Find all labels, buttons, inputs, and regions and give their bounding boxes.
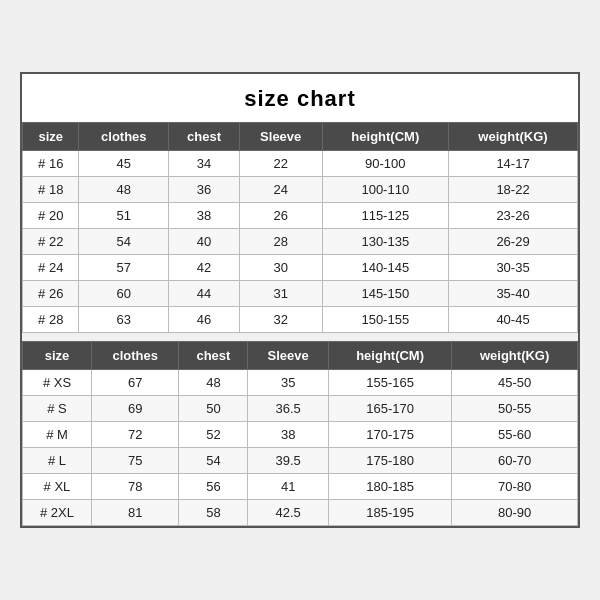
table-cell: # 20 — [23, 203, 79, 229]
table-row: # M725238170-17555-60 — [23, 422, 578, 448]
table-cell: 115-125 — [322, 203, 449, 229]
table-cell: 165-170 — [328, 396, 451, 422]
table2-header-chest: chest — [179, 342, 248, 370]
table-cell: 46 — [169, 307, 240, 333]
table-cell: 54 — [179, 448, 248, 474]
table-row: # S695036.5165-17050-55 — [23, 396, 578, 422]
table-cell: 35 — [248, 370, 329, 396]
table1-header-chest: chest — [169, 123, 240, 151]
table-cell: 67 — [91, 370, 178, 396]
table-cell: 78 — [91, 474, 178, 500]
table-cell: 34 — [169, 151, 240, 177]
table-cell: # M — [23, 422, 92, 448]
table-cell: # 16 — [23, 151, 79, 177]
table2-header-size: size — [23, 342, 92, 370]
table-row: # 28634632150-15540-45 — [23, 307, 578, 333]
table-cell: # XS — [23, 370, 92, 396]
table-cell: 42.5 — [248, 500, 329, 526]
table-cell: 72 — [91, 422, 178, 448]
table-cell: 140-145 — [322, 255, 449, 281]
table-cell: 39.5 — [248, 448, 329, 474]
table-cell: 70-80 — [452, 474, 578, 500]
table-cell: 18-22 — [449, 177, 578, 203]
table2-header-weight: weight(KG) — [452, 342, 578, 370]
table-cell: 35-40 — [449, 281, 578, 307]
table-row: # XS674835155-16545-50 — [23, 370, 578, 396]
table-cell: 40 — [169, 229, 240, 255]
table-cell: 48 — [179, 370, 248, 396]
table-cell: 14-17 — [449, 151, 578, 177]
size-table-1: size clothes chest Sleeve height(CM) wei… — [22, 122, 578, 333]
table-cell: 81 — [91, 500, 178, 526]
table-cell: 22 — [239, 151, 322, 177]
table-cell: 130-135 — [322, 229, 449, 255]
table-cell: 60 — [79, 281, 169, 307]
table-cell: 63 — [79, 307, 169, 333]
table-row: # 24574230140-14530-35 — [23, 255, 578, 281]
table-row: # 20513826115-12523-26 — [23, 203, 578, 229]
table-cell: 26 — [239, 203, 322, 229]
table-cell: 145-150 — [322, 281, 449, 307]
chart-title: size chart — [22, 74, 578, 122]
table-cell: 90-100 — [322, 151, 449, 177]
table-cell: 54 — [79, 229, 169, 255]
table-row: # L755439.5175-18060-70 — [23, 448, 578, 474]
table-row: # 18483624100-11018-22 — [23, 177, 578, 203]
table-cell: 60-70 — [452, 448, 578, 474]
table-cell: 40-45 — [449, 307, 578, 333]
table-cell: 31 — [239, 281, 322, 307]
table-cell: 48 — [79, 177, 169, 203]
table-cell: 50-55 — [452, 396, 578, 422]
table-cell: 23-26 — [449, 203, 578, 229]
table-cell: 185-195 — [328, 500, 451, 526]
table-row: # XL785641180-18570-80 — [23, 474, 578, 500]
table-cell: 58 — [179, 500, 248, 526]
table1-header-size: size — [23, 123, 79, 151]
table-cell: 32 — [239, 307, 322, 333]
table-cell: 175-180 — [328, 448, 451, 474]
table-cell: 57 — [79, 255, 169, 281]
table-cell: 26-29 — [449, 229, 578, 255]
table-cell: 30-35 — [449, 255, 578, 281]
table-cell: 50 — [179, 396, 248, 422]
chart-container: size chart size clothes chest Sleeve hei… — [20, 72, 580, 528]
table-row: # 22544028130-13526-29 — [23, 229, 578, 255]
table-cell: 42 — [169, 255, 240, 281]
table-cell: # 18 — [23, 177, 79, 203]
table1-header-row: size clothes chest Sleeve height(CM) wei… — [23, 123, 578, 151]
table-cell: 56 — [179, 474, 248, 500]
size-table-2: size clothes chest Sleeve height(CM) wei… — [22, 341, 578, 526]
table-cell: # 22 — [23, 229, 79, 255]
table-row: # 26604431145-15035-40 — [23, 281, 578, 307]
table-cell: 75 — [91, 448, 178, 474]
table-cell: 69 — [91, 396, 178, 422]
table1-header-clothes: clothes — [79, 123, 169, 151]
table-cell: # 26 — [23, 281, 79, 307]
table-cell: 38 — [248, 422, 329, 448]
table2-header-clothes: clothes — [91, 342, 178, 370]
table2-header-height: height(CM) — [328, 342, 451, 370]
table-cell: 80-90 — [452, 500, 578, 526]
table2-header-row: size clothes chest Sleeve height(CM) wei… — [23, 342, 578, 370]
table-cell: # 24 — [23, 255, 79, 281]
table-cell: 100-110 — [322, 177, 449, 203]
table-cell: 28 — [239, 229, 322, 255]
table-cell: 55-60 — [452, 422, 578, 448]
table1-header-sleeve: Sleeve — [239, 123, 322, 151]
table-cell: 36.5 — [248, 396, 329, 422]
table-cell: 36 — [169, 177, 240, 203]
table-row: # 1645342290-10014-17 — [23, 151, 578, 177]
table-cell: 51 — [79, 203, 169, 229]
table-cell: 44 — [169, 281, 240, 307]
table-cell: 170-175 — [328, 422, 451, 448]
table-cell: # S — [23, 396, 92, 422]
table-cell: 52 — [179, 422, 248, 448]
table-cell: 180-185 — [328, 474, 451, 500]
table-cell: # XL — [23, 474, 92, 500]
table-cell: 155-165 — [328, 370, 451, 396]
table-cell: 45 — [79, 151, 169, 177]
table-cell: # 28 — [23, 307, 79, 333]
table-cell: 30 — [239, 255, 322, 281]
table-cell: 38 — [169, 203, 240, 229]
table-cell: 45-50 — [452, 370, 578, 396]
